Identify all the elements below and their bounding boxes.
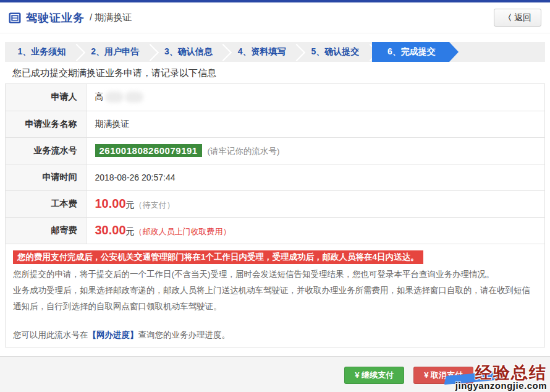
serial-number-note: (请牢记你的流水号) [208,147,280,156]
watermark: 经验总结 jingyanzongjie.com [439,364,547,391]
page-title: 驾驶证业务 [26,11,85,25]
continue-payment-button[interactable]: ¥ 继续支付 [344,367,404,384]
back-button[interactable]: 〈 返回 [494,9,541,27]
table-row-postage-fee: 邮寄费 30.00元（邮政人员上门收取费用） [6,217,544,244]
license-business-icon [9,12,21,24]
header: 驾驶证业务 / 期满换证 〈 返回 [0,2,550,33]
steps-filler [459,42,545,62]
application-info-table: 申请人 高 申请业务名称 期满换证 业务流水号 2610018082600791… [6,84,544,244]
serial-number-label: 业务流水号 [6,137,86,164]
redacted-name [125,92,143,103]
work-fee-note: （待支付） [135,200,175,210]
apply-time-value: 2018-08-26 20:57:44 [86,164,544,190]
table-row-apply-time: 申请时间 2018-08-26 20:57:44 [6,164,544,190]
postage-fee-value: 30.00元（邮政人员上门收取费用） [86,217,544,244]
notice-paragraph-1: 您所提交的申请，将于提交后的一个工作日(不含当天)受理，届时会发送短信告知受理结… [13,266,537,283]
work-fee-value: 10.00元（待支付） [86,190,544,217]
applicant-label: 申请人 [6,84,86,111]
business-name-label: 申请业务名称 [6,111,86,137]
online-progress-link[interactable]: 【网办进度】 [88,330,138,339]
postage-fee-amount: 30.00 [95,223,126,237]
notice-paragraph-2: 业务成功受理后，如果选择邮政寄递的，邮政人员将上门送达机动车驾驶证，并收取办理业… [13,283,537,315]
application-info-box: 申请人 高 申请业务名称 期满换证 业务流水号 2610018082600791… [5,83,545,347]
back-button-label: 返回 [514,12,531,23]
progress-hint: 您可以用此流水号在【网办进度】查询您的业务办理进度。 [13,327,537,343]
redacted-name [105,92,124,103]
serial-number-badge: 261001808260079191 [95,144,202,157]
postage-fee-note: （邮政人员上门收取费用） [135,227,231,236]
table-row-business-name: 申请业务名称 期满换证 [6,111,544,137]
payment-warning-banner: 您的费用支付完成后，公安机关交通管理部门将在1个工作日内受理，受理成功后，邮政人… [13,250,423,264]
page: 驾驶证业务 / 期满换证 〈 返回 1、业务须知 2、用户申告 3、确认信息 4… [0,0,550,392]
watermark-title: 经验总结 [439,364,547,382]
apply-time-label: 申请时间 [6,164,86,190]
step-6-complete-submit-active[interactable]: 6、完成提交 [372,42,459,62]
chevron-left-icon: 〈 [504,12,512,23]
notice-section: 您的费用支付完成后，公安机关交通管理部门将在1个工作日内受理，受理成功后，邮政人… [6,244,544,347]
table-row-applicant: 申请人 高 [6,84,544,111]
notice-paragraphs: 您所提交的申请，将于提交后的一个工作日(不含当天)受理，届时会发送短信告知受理结… [13,266,537,315]
table-row-work-fee: 工本费 10.00元（待支付） [6,190,544,217]
business-name-value: 期满换证 [86,111,544,137]
breadcrumb: / 期满换证 [90,12,132,23]
step-2-user-declaration[interactable]: 2、用户申告 [78,42,152,62]
watermark-domain: jingyanzongjie.com [439,380,547,391]
wizard-steps: 1、业务须知 2、用户申告 3、确认信息 4、资料填写 5、确认提交 6、完成提… [5,42,545,62]
postage-fee-label: 邮寄费 [6,217,86,244]
work-fee-label: 工本费 [6,190,86,217]
applicant-value: 高 [86,84,544,111]
serial-number-value: 261001808260079191 (请牢记你的流水号) [86,137,544,164]
table-row-serial-number: 业务流水号 261001808260079191 (请牢记你的流水号) [6,137,544,164]
work-fee-amount: 10.00 [95,197,126,210]
success-message: 您已成功提交期满换证业务申请，请记录以下信息 [5,62,545,83]
